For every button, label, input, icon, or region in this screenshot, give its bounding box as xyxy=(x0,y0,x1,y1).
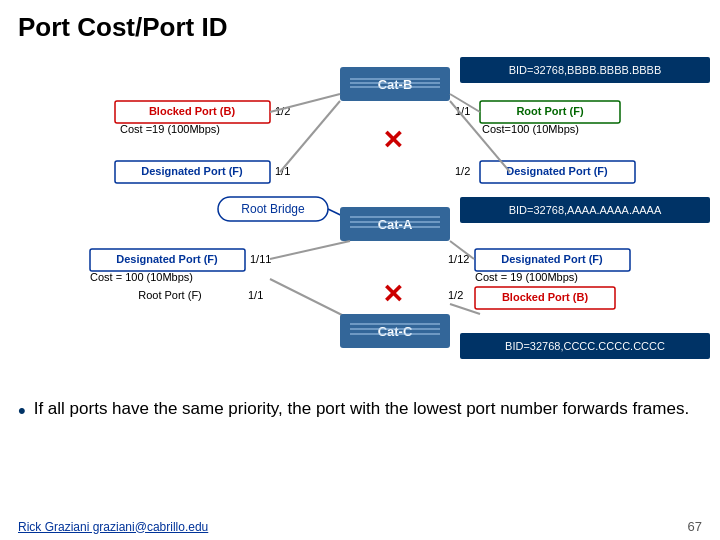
svg-line-10 xyxy=(270,94,340,112)
svg-text:Designated Port (F): Designated Port (F) xyxy=(501,253,603,265)
svg-text:1/12: 1/12 xyxy=(448,253,469,265)
svg-text:Blocked Port (B): Blocked Port (B) xyxy=(502,291,589,303)
svg-text:Cat-A: Cat-A xyxy=(378,217,413,232)
svg-text:BID=32768,AAAA.AAAA.AAAA: BID=32768,AAAA.AAAA.AAAA xyxy=(509,204,662,216)
svg-text:BID=32768,BBBB.BBBB.BBBB: BID=32768,BBBB.BBBB.BBBB xyxy=(509,64,662,76)
svg-text:Cost = 19 (100Mbps): Cost = 19 (100Mbps) xyxy=(475,271,578,283)
svg-text:1/1: 1/1 xyxy=(275,165,290,177)
diagram-area: BID=32768,BBBB.BBBB.BBBB Cat-B Blocked P… xyxy=(0,49,720,389)
svg-text:Designated Port (F): Designated Port (F) xyxy=(116,253,218,265)
svg-text:Root Port (F): Root Port (F) xyxy=(138,289,202,301)
svg-text:Cost=100 (10Mbps): Cost=100 (10Mbps) xyxy=(482,123,579,135)
svg-text:BID=32768,CCCC.CCCC.CCCC: BID=32768,CCCC.CCCC.CCCC xyxy=(505,340,665,352)
svg-text:1/11: 1/11 xyxy=(250,253,271,265)
footer-left[interactable]: Rick Graziani graziani@cabrillo.edu xyxy=(18,520,208,534)
svg-text:Root Bridge: Root Bridge xyxy=(241,202,305,216)
bullet-dot: • xyxy=(18,397,26,426)
bullet-text: If all ports have the same priority, the… xyxy=(34,397,689,421)
svg-text:✕: ✕ xyxy=(382,125,404,155)
svg-text:Designated Port (F): Designated Port (F) xyxy=(141,165,243,177)
svg-text:Root Port (F): Root Port (F) xyxy=(516,105,584,117)
svg-text:Cost =19 (100Mbps): Cost =19 (100Mbps) xyxy=(120,123,220,135)
footer-right: 67 xyxy=(688,519,702,534)
svg-text:✕: ✕ xyxy=(382,279,404,309)
svg-text:1/1: 1/1 xyxy=(248,289,263,301)
svg-line-52 xyxy=(270,279,350,319)
svg-line-44 xyxy=(270,241,350,259)
bullet-section: • If all ports have the same priority, t… xyxy=(0,389,720,426)
svg-text:Cat-C: Cat-C xyxy=(378,324,413,339)
svg-text:1/2: 1/2 xyxy=(455,165,470,177)
svg-text:1/2: 1/2 xyxy=(448,289,463,301)
svg-text:Designated Port (F): Designated Port (F) xyxy=(506,165,608,177)
svg-text:Blocked Port (B): Blocked Port (B) xyxy=(149,105,236,117)
svg-text:Cost = 100 (10Mbps): Cost = 100 (10Mbps) xyxy=(90,271,193,283)
page-title: Port Cost/Port ID xyxy=(0,0,720,49)
footer: Rick Graziani graziani@cabrillo.edu 67 xyxy=(18,519,702,534)
